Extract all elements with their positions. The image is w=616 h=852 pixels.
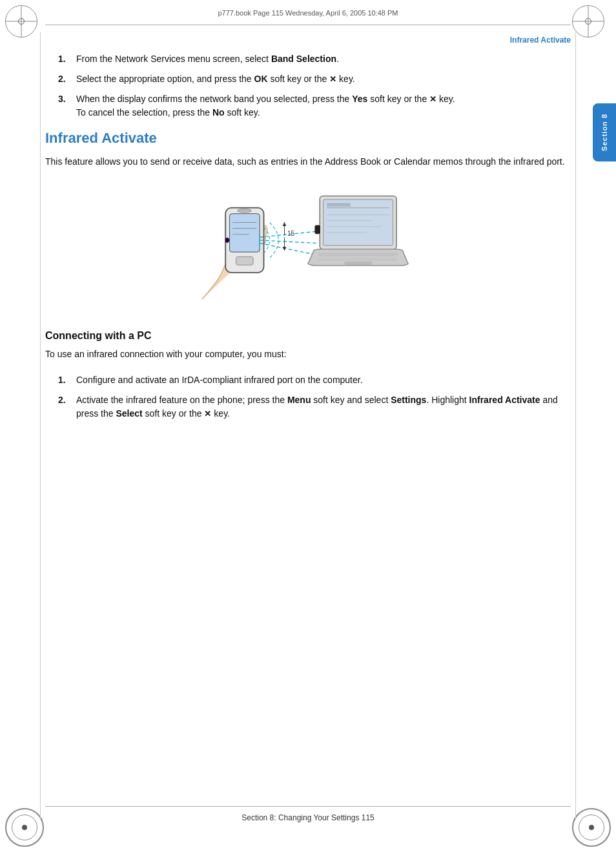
list-item: 3. When the display confirms the network…: [58, 92, 571, 119]
list-item: 2. Activate the infrared feature on the …: [58, 393, 571, 421]
svg-rect-1: [230, 214, 260, 252]
ir-beam: 15: [260, 222, 317, 258]
list-text-1: From the Network Services menu screen, s…: [76, 52, 571, 66]
list-item: 2. Select the appropriate option, and pr…: [58, 72, 571, 86]
section-tab: Section 8: [593, 103, 616, 161]
list-text-b1: Configure and activate an IrDA-compliant…: [76, 373, 571, 387]
svg-line-10: [260, 244, 317, 255]
svg-marker-17: [283, 222, 286, 226]
section-title: Infrared Activate: [45, 130, 571, 147]
list-num-2: 2.: [58, 72, 76, 86]
list-num-b2: 2.: [58, 393, 76, 421]
svg-point-6: [237, 209, 251, 213]
sub-paragraph: To use an infrared connection with your …: [45, 347, 571, 361]
numbered-list-top: 1. From the Network Services menu screen…: [58, 52, 571, 119]
svg-rect-27: [318, 258, 397, 262]
list-text-b2: Activate the infrared feature on the pho…: [76, 393, 571, 421]
svg-rect-28: [345, 262, 372, 265]
ir-diagram: 15: [45, 182, 571, 311]
header-text: p777.book Page 115 Wednesday, April 6, 2…: [0, 9, 616, 17]
list-num-3: 3.: [58, 92, 76, 119]
section-header-right: Infrared Activate: [45, 36, 571, 45]
list-item: 1. Configure and activate an IrDA-compli…: [58, 373, 571, 387]
svg-rect-29: [315, 225, 320, 234]
numbered-list-bottom: 1. Configure and activate an IrDA-compli…: [58, 373, 571, 421]
list-num-1: 1.: [58, 52, 76, 66]
body-paragraph: This feature allows you to send or recei…: [45, 154, 571, 169]
main-content: Infrared Activate 1. From the Network Se…: [45, 36, 571, 800]
footer-text: Section 8: Changing Your Settings 115: [0, 813, 616, 822]
ir-diagram-svg: 15: [172, 182, 444, 311]
svg-rect-26: [318, 253, 397, 256]
list-text-3: When the display confirms the network ba…: [76, 92, 571, 119]
footer-line: [45, 806, 571, 807]
svg-line-8: [260, 240, 317, 244]
section-tab-label: Section 8: [601, 114, 608, 151]
svg-text:15: 15: [287, 230, 295, 237]
list-num-b1: 1.: [58, 373, 76, 387]
right-margin-line: [575, 32, 576, 820]
svg-rect-25: [327, 203, 351, 207]
list-text-2: Select the appropriate option, and press…: [76, 72, 571, 86]
svg-rect-5: [236, 257, 253, 265]
header-line: [45, 25, 571, 25]
svg-point-7: [225, 238, 229, 243]
left-margin-line: [40, 32, 41, 820]
list-item: 1. From the Network Services menu screen…: [58, 52, 571, 66]
sub-heading: Connecting with a PC: [45, 330, 571, 342]
